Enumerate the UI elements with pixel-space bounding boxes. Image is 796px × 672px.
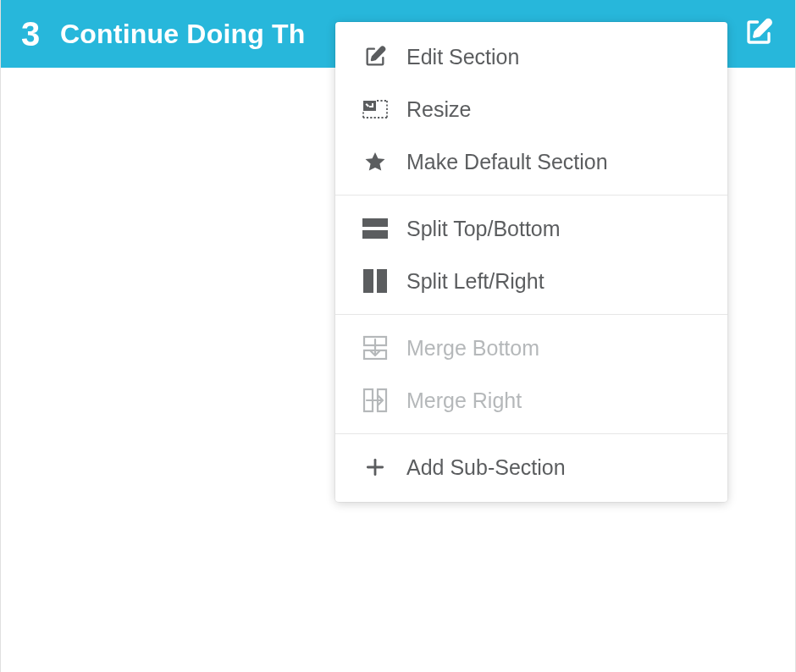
menu-item-split-top-bottom[interactable]: Split Top/Bottom <box>335 202 727 255</box>
svg-rect-8 <box>377 269 387 293</box>
menu-item-label: Add Sub-Section <box>406 454 566 480</box>
merge-bottom-icon <box>361 335 390 361</box>
menu-divider <box>335 433 727 434</box>
menu-item-edit-section[interactable]: Edit Section <box>335 30 727 83</box>
star-icon <box>361 149 390 174</box>
section-context-menu: Edit Section Resize <box>335 22 727 502</box>
menu-item-label: Split Top/Bottom <box>406 216 561 241</box>
edit-icon <box>743 17 774 51</box>
svg-rect-5 <box>362 218 388 227</box>
menu-item-make-default[interactable]: Make Default Section <box>335 135 727 188</box>
resize-icon <box>361 96 390 122</box>
section-number: 3 <box>1 15 60 53</box>
section-container: 3 Continue Doing Th Edit Section <box>0 0 796 672</box>
menu-item-label: Make Default Section <box>406 149 608 174</box>
menu-item-label: Merge Right <box>406 388 522 413</box>
menu-divider <box>335 314 727 315</box>
merge-right-icon <box>361 388 390 413</box>
edit-icon <box>361 44 390 69</box>
menu-item-label: Split Left/Right <box>406 268 544 294</box>
menu-item-label: Resize <box>406 96 471 122</box>
split-vertical-icon <box>361 268 390 294</box>
menu-item-split-left-right[interactable]: Split Left/Right <box>335 255 727 307</box>
section-title: Continue Doing Th <box>60 19 306 50</box>
menu-divider <box>335 195 727 196</box>
svg-rect-7 <box>363 269 373 293</box>
plus-icon <box>361 454 390 480</box>
menu-item-label: Edit Section <box>406 44 519 69</box>
menu-item-merge-right: Merge Right <box>335 374 727 427</box>
svg-rect-6 <box>362 230 388 239</box>
menu-item-label: Merge Bottom <box>406 335 539 361</box>
edit-section-header-button[interactable] <box>743 18 775 50</box>
menu-item-add-sub-section[interactable]: Add Sub-Section <box>335 441 727 493</box>
split-horizontal-icon <box>361 216 390 241</box>
menu-item-resize[interactable]: Resize <box>335 83 727 135</box>
menu-item-merge-bottom: Merge Bottom <box>335 322 727 374</box>
